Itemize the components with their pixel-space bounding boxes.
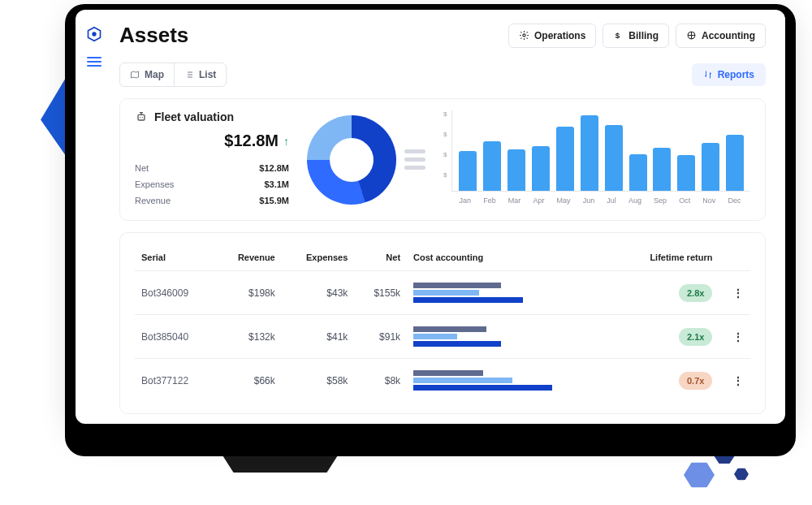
valuation-row-value: $3.1M — [264, 179, 289, 189]
bar-label: May — [557, 196, 571, 205]
bar — [581, 115, 598, 191]
view-segment: Map List — [119, 63, 227, 87]
bar-x-labels: JanFebMarAprMayJunJulAugSepOctNovDec — [443, 196, 750, 205]
valuation-row-key: Revenue — [135, 196, 171, 205]
topbar: Assets Operations $ Billing Accounting — [113, 10, 785, 58]
bar — [726, 135, 744, 191]
operations-label: Operations — [534, 30, 585, 41]
cost-bars — [413, 326, 559, 347]
col-expenses: Expenses — [282, 244, 355, 271]
bar — [508, 149, 525, 191]
billing-label: Billing — [628, 30, 659, 41]
decorative-hexagon — [734, 468, 749, 481]
valuation-row-key: Expenses — [135, 179, 174, 189]
target-icon — [686, 30, 697, 41]
col-net: Net — [354, 244, 407, 271]
map-label: Map — [145, 69, 164, 80]
valuation-amount: $12.8M — [224, 132, 279, 150]
reports-button[interactable]: Reports — [692, 63, 766, 86]
cost-bars — [413, 370, 559, 391]
assets-table: Serial Revenue Expenses Net Cost account… — [135, 244, 750, 402]
col-cost: Cost accounting — [407, 244, 619, 271]
valuation-row: Revenue$15.9M — [135, 192, 289, 209]
valuation-row-value: $15.9M — [259, 196, 289, 205]
accounting-button[interactable]: Accounting — [676, 24, 766, 48]
assets-table-panel: Serial Revenue Expenses Net Cost account… — [119, 232, 766, 414]
cell-net: $8k — [354, 359, 407, 403]
donut-chart — [297, 110, 435, 209]
main-area: Assets Operations $ Billing Accounting M… — [113, 10, 785, 424]
bar-label: Oct — [679, 196, 690, 205]
valuation-row: Expenses$3.1M — [135, 176, 289, 192]
row-menu-button[interactable]: ⋮ — [733, 375, 744, 386]
sort-icon — [703, 70, 713, 80]
bar-label: Nov — [702, 196, 715, 205]
sidebar — [76, 10, 113, 424]
cell-revenue: $198k — [214, 271, 281, 315]
table-row: Bot377122$66k$58k$8k0.7x⋮ — [135, 359, 750, 403]
bar — [532, 146, 550, 191]
lifetime-badge: 2.8x — [679, 284, 712, 302]
app-logo — [86, 26, 102, 42]
svg-point-1 — [92, 32, 96, 36]
bar — [702, 143, 719, 191]
bar-label: Dec — [728, 196, 741, 205]
billing-button[interactable]: $ Billing — [603, 24, 669, 48]
cell-serial: Bot346009 — [141, 287, 188, 299]
bar — [483, 141, 501, 191]
bar-label: Feb — [483, 196, 496, 205]
cell-serial: Bot385040 — [141, 331, 188, 343]
list-icon — [184, 70, 194, 80]
cell-expenses: $58k — [282, 359, 355, 403]
valuation-row: Net$12.8M — [135, 160, 289, 176]
donut-ring — [307, 115, 396, 205]
lifetime-badge: 0.7x — [679, 372, 712, 390]
row-menu-button[interactable]: ⋮ — [733, 331, 744, 343]
cost-bars — [413, 283, 559, 303]
bar-label: Jun — [583, 196, 595, 205]
bar — [653, 148, 671, 191]
app-window: Assets Operations $ Billing Accounting M… — [76, 10, 785, 424]
summary-panel: Fleet valuation $12.8M ↑ Net$12.8MExpens… — [119, 98, 766, 221]
bar — [605, 125, 623, 191]
menu-button[interactable] — [87, 57, 102, 67]
valuation-row-value: $12.8M — [259, 163, 289, 173]
bar-label: Apr — [533, 196, 544, 205]
page-title: Assets — [119, 23, 188, 48]
decorative-hexagon — [684, 461, 715, 489]
bar-label: Mar — [508, 196, 521, 205]
bar-label: Aug — [628, 196, 641, 205]
valuation-block: Fleet valuation $12.8M ↑ Net$12.8MExpens… — [135, 110, 289, 209]
content: Fleet valuation $12.8M ↑ Net$12.8MExpens… — [113, 98, 785, 421]
gear-icon — [519, 30, 529, 41]
cell-revenue: $66k — [214, 359, 281, 403]
valuation-label: Fleet valuation — [154, 110, 234, 123]
svg-text:$: $ — [615, 31, 620, 40]
list-label: List — [199, 69, 216, 80]
cell-expenses: $43k — [282, 271, 355, 315]
svg-point-6 — [140, 117, 140, 118]
table-row: Bot346009$198k$43k$155k2.8x⋮ — [135, 271, 750, 315]
robot-icon — [135, 110, 148, 123]
bar — [629, 154, 647, 191]
bar-y-axis: $$$$ — [443, 110, 447, 192]
svg-rect-5 — [138, 114, 145, 120]
reports-label: Reports — [718, 69, 754, 80]
valuation-row-key: Net — [135, 163, 149, 173]
row-menu-button[interactable]: ⋮ — [733, 287, 744, 299]
col-lifetime: Lifetime return — [619, 244, 719, 271]
svg-point-7 — [142, 117, 143, 118]
svg-point-2 — [523, 34, 525, 37]
table-row: Bot385040$132k$41k$91k2.1x⋮ — [135, 315, 750, 359]
monthly-bar-chart: $$$$ JanFebMarAprMayJunJulAugSepOctNovDe… — [443, 110, 750, 209]
bar — [677, 155, 695, 191]
bar-label: Jul — [607, 196, 616, 205]
map-tab[interactable]: Map — [120, 63, 174, 86]
accounting-label: Accounting — [702, 30, 755, 41]
lifetime-badge: 2.1x — [679, 328, 712, 346]
col-revenue: Revenue — [214, 244, 281, 271]
bar-label: Jan — [460, 196, 472, 205]
bar-label: Sep — [654, 196, 667, 205]
list-tab[interactable]: List — [174, 63, 226, 86]
operations-button[interactable]: Operations — [508, 24, 596, 48]
